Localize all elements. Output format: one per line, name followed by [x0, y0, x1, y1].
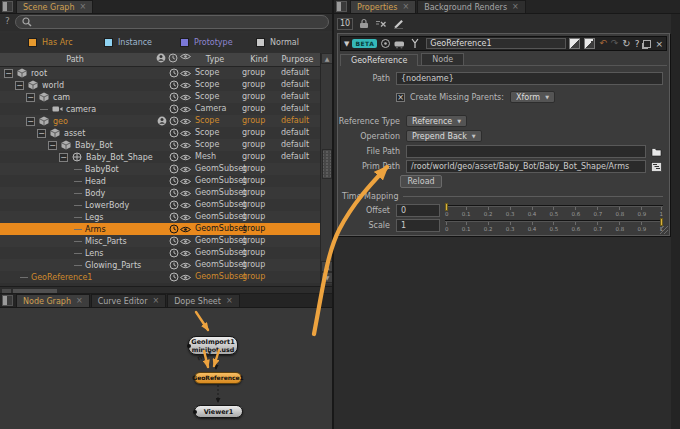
clock-icon[interactable]	[168, 140, 179, 150]
eye-icon[interactable]	[180, 80, 191, 90]
expander-icon[interactable]: −	[26, 93, 35, 102]
edit-flag-icon[interactable]	[569, 38, 580, 49]
slider-handle[interactable]	[660, 218, 663, 226]
path-field[interactable]: {nodename}	[396, 72, 663, 85]
clock-icon[interactable]	[168, 152, 179, 162]
eye-icon[interactable]	[180, 212, 191, 222]
close-icon[interactable]: ×	[153, 297, 160, 305]
panel-menu-icon[interactable]	[336, 1, 347, 12]
close-icon[interactable]: ×	[226, 297, 233, 305]
reference-type-dropdown[interactable]: Reference▼	[406, 115, 467, 127]
collapse-arrow-icon[interactable]: ▼	[344, 40, 349, 48]
search-input[interactable]	[15, 15, 329, 29]
clock-icon[interactable]	[168, 272, 179, 282]
crosshair-icon[interactable]	[380, 38, 391, 50]
expander-icon[interactable]: −	[26, 117, 35, 126]
clock-icon[interactable]	[168, 80, 179, 90]
clock-icon[interactable]	[168, 68, 179, 78]
bottom-tab-dope-sheet[interactable]: Dope Sheet×	[167, 294, 239, 307]
node-name-field[interactable]: GeoReference1	[426, 38, 566, 49]
parameter-tab-node[interactable]: Node	[421, 53, 464, 65]
expander-icon[interactable]: −	[59, 153, 68, 162]
tree-row-camera[interactable]: cameraCameragroupdefault	[0, 103, 320, 115]
tree-row-misc_parts[interactable]: Misc_PartsGeomSubsetgroup	[0, 235, 320, 247]
scale-timeline-slider[interactable]: 00.10.20.30.40.50.60.70.80.91	[445, 218, 663, 232]
file-path-field[interactable]	[406, 145, 646, 158]
scale-field[interactable]: 1	[396, 219, 440, 232]
eye-icon[interactable]	[180, 236, 191, 246]
slider-handle[interactable]	[445, 203, 448, 211]
tree-row-head[interactable]: HeadGeomSubsetgroup	[0, 175, 320, 187]
eye-icon[interactable]	[180, 116, 191, 126]
help-icon[interactable]: ?	[635, 39, 640, 49]
clock-icon[interactable]	[168, 200, 179, 210]
tree-scrollbar[interactable]: ▲ ▲ ▼	[320, 53, 332, 284]
clock-icon[interactable]	[168, 248, 179, 258]
tree-row-baby_bot_shape[interactable]: −Baby_Bot_ShapeMeshgroupdefault	[0, 151, 320, 163]
detach-window-icon[interactable]	[643, 40, 651, 48]
clock-icon[interactable]	[168, 92, 179, 102]
tree-row-lowerbody[interactable]: LowerBodyGeomSubsetgroup	[0, 199, 320, 211]
input-port[interactable]	[193, 410, 197, 414]
bottom-tab-node-graph[interactable]: Node Graph×	[16, 294, 90, 307]
right-tab-background-renders[interactable]: Background Renders×	[417, 0, 526, 13]
eye-icon[interactable]	[180, 92, 191, 102]
eye-icon[interactable]	[180, 176, 191, 186]
help-button[interactable]: ?	[2, 16, 13, 29]
clock-icon[interactable]	[168, 176, 179, 186]
tree-row-glowing_parts[interactable]: Glowing_PartsGeomSubsetgroup	[0, 259, 320, 271]
node-viewer1[interactable]: Viewer1	[194, 405, 243, 418]
refresh-icon[interactable]: ↻	[622, 39, 630, 48]
eye-icon[interactable]	[180, 272, 191, 282]
node-geoimport1[interactable]: GeoImport1 minibot.usd	[188, 336, 238, 355]
expander-icon[interactable]: −	[4, 69, 13, 78]
resize-grip[interactable]	[660, 226, 668, 234]
create-missing-parents-dropdown[interactable]: Xform▼	[510, 91, 555, 103]
eye-icon[interactable]	[180, 224, 191, 234]
bottom-tab-curve-editor[interactable]: Curve Editor×	[91, 294, 167, 307]
close-icon[interactable]: ×	[655, 39, 663, 49]
expander-icon[interactable]: −	[15, 81, 24, 90]
input-port[interactable]	[187, 344, 191, 348]
close-icon[interactable]: ×	[76, 297, 83, 305]
edit-flag-icon[interactable]	[584, 38, 595, 49]
create-missing-parents-checkbox[interactable]: ×	[396, 93, 405, 102]
close-icon[interactable]: ×	[512, 3, 519, 11]
redo-icon[interactable]: ↷	[611, 39, 619, 48]
clock-icon[interactable]	[168, 188, 179, 198]
eye-icon[interactable]	[180, 128, 191, 138]
close-icon[interactable]: ×	[79, 3, 86, 11]
tree-row-body[interactable]: BodyGeomSubsetgroup	[0, 187, 320, 199]
reload-button[interactable]: Reload	[400, 175, 442, 188]
tree-row-world[interactable]: −worldScopegroupdefault	[0, 79, 320, 91]
panel-menu-icon[interactable]	[2, 1, 13, 12]
tree-row-georeference1[interactable]: GeoReference1GeomSubsetgroup	[0, 271, 320, 283]
eye-icon[interactable]	[180, 68, 191, 78]
tree-row-asset[interactable]: −assetScopegroupdefault	[0, 127, 320, 139]
right-tab-properties[interactable]: Properties×	[350, 0, 416, 13]
expander-icon[interactable]: −	[48, 141, 57, 150]
clock-icon[interactable]	[168, 116, 179, 126]
parameter-tab-georeference[interactable]: GeoReference	[340, 54, 418, 66]
eye-icon[interactable]	[180, 152, 191, 162]
clock-icon[interactable]	[168, 128, 179, 138]
offset-field[interactable]: 0	[396, 204, 440, 217]
prim-path-field[interactable]: /root/world/geo/asset/Baby_Bot/Baby_Bot_…	[406, 160, 646, 173]
eye-icon[interactable]	[180, 248, 191, 258]
frame-field[interactable]: 10	[337, 18, 353, 30]
lock-icon[interactable]	[359, 18, 369, 29]
operation-dropdown[interactable]: Prepend Back▼	[406, 130, 482, 142]
clock-icon[interactable]	[168, 164, 179, 174]
tree-row-cam[interactable]: −camScopegroupdefault	[0, 91, 320, 103]
clock-icon[interactable]	[168, 224, 179, 234]
expander-icon[interactable]: −	[37, 129, 46, 138]
eye-icon[interactable]	[180, 104, 191, 114]
tree-row-root[interactable]: −rootScopegroupdefault	[0, 67, 320, 79]
eye-icon[interactable]	[180, 188, 191, 198]
wire-y-icon[interactable]	[409, 38, 420, 50]
tree-row-lens[interactable]: LensGeomSubsetgroup	[0, 247, 320, 259]
tree-row-arms[interactable]: ArmsGeomSubsetgroup	[0, 223, 320, 235]
panel-menu-icon[interactable]	[2, 295, 13, 306]
scenegraph-picker-icon[interactable]	[649, 160, 663, 173]
clock-icon[interactable]	[168, 236, 179, 246]
